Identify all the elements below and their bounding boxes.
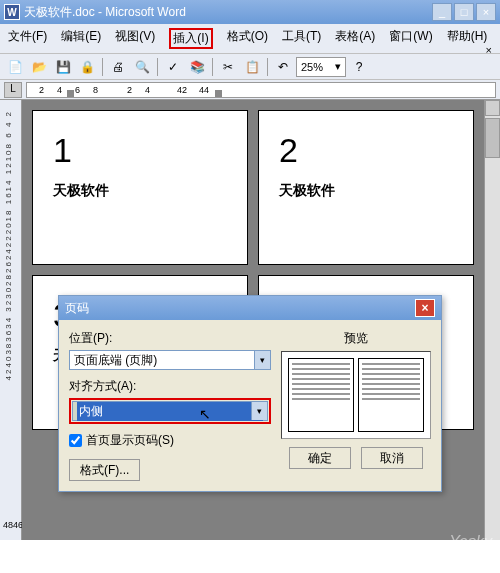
window-title: 天极软件.doc - Microsoft Word <box>24 4 432 21</box>
ruler-indent[interactable] <box>67 90 74 97</box>
preview-page-right <box>358 358 424 432</box>
menu-tools[interactable]: 工具(T) <box>282 28 321 49</box>
vruler-marks: 4240383634 3230282624222018 1614 12108 6… <box>4 110 13 380</box>
scroll-thumb[interactable] <box>485 118 500 158</box>
page-number: 1 <box>53 131 227 170</box>
position-label: 位置(P): <box>69 330 271 347</box>
titlebar: W 天极软件.doc - Microsoft Word _ □ × <box>0 0 500 24</box>
menu-table[interactable]: 表格(A) <box>335 28 375 49</box>
ruler-mark: 6 <box>75 85 80 95</box>
spell-icon[interactable]: ✓ <box>162 56 184 78</box>
show-first-input[interactable] <box>69 434 82 447</box>
cancel-button[interactable]: 取消 <box>361 447 423 469</box>
preview-icon[interactable]: 🔍 <box>131 56 153 78</box>
menu-close-doc[interactable]: × <box>486 44 492 56</box>
undo-icon[interactable]: ↶ <box>272 56 294 78</box>
toolbar-separator <box>267 58 268 76</box>
open-icon[interactable]: 📂 <box>28 56 50 78</box>
chevron-down-icon: ▾ <box>251 402 267 420</box>
dialog-titlebar[interactable]: 页码 × <box>59 296 441 320</box>
cut-icon[interactable]: ✂ <box>217 56 239 78</box>
vertical-ruler[interactable]: 4240383634 3230282624222018 1614 12108 6… <box>0 100 22 540</box>
align-label: 对齐方式(A): <box>69 378 271 395</box>
zoom-combo[interactable]: 25% ▾ <box>296 57 346 77</box>
menu-file[interactable]: 文件(F) <box>8 28 47 49</box>
research-icon[interactable]: 📚 <box>186 56 208 78</box>
toolbar: 📄 📂 💾 🔒 🖨 🔍 ✓ 📚 ✂ 📋 ↶ 25% ▾ ? <box>0 54 500 80</box>
new-doc-icon[interactable]: 📄 <box>4 56 26 78</box>
print-icon[interactable]: 🖨 <box>107 56 129 78</box>
ruler-mark: 42 <box>177 85 187 95</box>
page-content: 天极软件 <box>53 182 227 200</box>
preview-page-left <box>288 358 354 432</box>
zoom-value: 25% <box>301 61 323 73</box>
ruler-corner[interactable]: L <box>4 82 22 98</box>
page-number-dialog: 页码 × 位置(P): 页面底端 (页脚) ▾ 对齐方式(A): 内侧 ▾ ↖ … <box>58 295 442 492</box>
vruler-bottom: 4846 <box>3 520 23 530</box>
toolbar-separator <box>212 58 213 76</box>
minimize-button[interactable]: _ <box>432 3 452 21</box>
chevron-down-icon: ▾ <box>254 351 270 369</box>
preview-box <box>281 351 431 439</box>
chevron-down-icon: ▾ <box>335 60 341 73</box>
vertical-scrollbar[interactable] <box>484 100 500 540</box>
save-icon[interactable]: 💾 <box>52 56 74 78</box>
menubar: 文件(F) 编辑(E) 视图(V) 插入(I) 格式(O) 工具(T) 表格(A… <box>0 24 500 54</box>
show-first-label: 首页显示页码(S) <box>86 432 174 449</box>
scroll-up-button[interactable] <box>485 100 500 116</box>
toolbar-separator <box>102 58 103 76</box>
ruler-mark: 8 <box>93 85 98 95</box>
preview-label: 预览 <box>281 330 431 347</box>
ruler-mark: 4 <box>57 85 62 95</box>
menu-insert[interactable]: 插入(I) <box>173 31 208 45</box>
ruler-indent[interactable] <box>215 90 222 97</box>
page-number: 2 <box>279 131 453 170</box>
permission-icon[interactable]: 🔒 <box>76 56 98 78</box>
menu-view[interactable]: 视图(V) <box>115 28 155 49</box>
watermark-sub: 天极网 <box>449 551 492 565</box>
position-combo[interactable]: 页面底端 (页脚) ▾ <box>69 350 271 370</box>
position-value: 页面底端 (页脚) <box>74 352 157 369</box>
ruler-mark: 2 <box>127 85 132 95</box>
menu-format[interactable]: 格式(O) <box>227 28 268 49</box>
horizontal-ruler-area: L 2 4 6 8 2 4 42 44 <box>0 80 500 100</box>
align-combo[interactable]: 内侧 ▾ ↖ <box>72 401 268 421</box>
align-value: 内侧 <box>77 402 263 421</box>
dialog-title: 页码 <box>65 300 415 317</box>
menu-edit[interactable]: 编辑(E) <box>61 28 101 49</box>
ruler-mark: 2 <box>39 85 44 95</box>
ok-button[interactable]: 确定 <box>289 447 351 469</box>
paste-icon[interactable]: 📋 <box>241 56 263 78</box>
word-icon: W <box>4 4 20 20</box>
menu-help[interactable]: 帮助(H) <box>447 28 488 49</box>
align-combo-highlight: 内侧 ▾ ↖ <box>69 398 271 424</box>
menu-insert-highlight: 插入(I) <box>169 28 212 49</box>
ruler-mark: 4 <box>145 85 150 95</box>
format-button[interactable]: 格式(F)... <box>69 459 140 481</box>
maximize-button[interactable]: □ <box>454 3 474 21</box>
horizontal-ruler[interactable]: 2 4 6 8 2 4 42 44 <box>26 82 496 98</box>
ruler-mark: 44 <box>199 85 209 95</box>
close-button[interactable]: × <box>476 3 496 21</box>
menu-window[interactable]: 窗口(W) <box>389 28 432 49</box>
page-1[interactable]: 1 天极软件 <box>32 110 248 265</box>
toolbar-separator <box>157 58 158 76</box>
page-2[interactable]: 2 天极软件 <box>258 110 474 265</box>
show-first-checkbox[interactable]: 首页显示页码(S) <box>69 432 271 449</box>
dialog-close-button[interactable]: × <box>415 299 435 317</box>
help-icon[interactable]: ? <box>348 56 370 78</box>
page-content: 天极软件 <box>279 182 453 200</box>
